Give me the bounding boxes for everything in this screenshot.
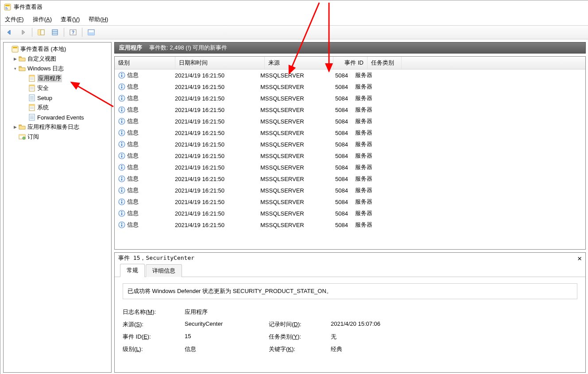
row-category: 服务器 <box>352 221 372 229</box>
help-button[interactable]: ? <box>67 27 79 38</box>
col-date[interactable]: 日期和时间 <box>175 57 265 69</box>
event-row[interactable]: 信息2021/4/19 16:21:50MSSQLSERVER5084服务器 <box>115 162 585 173</box>
keywords-key: 关键字(K): <box>269 345 331 353</box>
menu-bar: 文件(F) 操作(A) 查看(V) 帮助(H) <box>0 14 588 25</box>
row-event-id: 5084 <box>321 187 352 194</box>
row-level: 信息 <box>127 94 139 102</box>
row-category: 服务器 <box>352 152 372 160</box>
tree-item-label: 系统 <box>37 104 49 112</box>
menu-view[interactable]: 查看(V) <box>61 15 80 23</box>
svg-rect-5 <box>5 7 7 8</box>
menu-file[interactable]: 文件(F) <box>5 15 24 23</box>
tree-item[interactable]: ▶自定义视图 <box>4 54 111 64</box>
back-button[interactable] <box>3 27 15 38</box>
tree-item[interactable]: 系统 <box>4 103 111 112</box>
toolbar: ? <box>0 25 588 39</box>
event-row[interactable]: 信息2021/4/19 16:21:50MSSQLSERVER5084服务器 <box>115 116 585 127</box>
event-id-value: 15 <box>185 333 269 341</box>
tree-root[interactable]: 事件查看器 (本地) <box>4 44 111 54</box>
event-row[interactable]: 信息2021/4/19 16:21:50MSSQLSERVER5084服务器 <box>115 173 585 185</box>
tab-general[interactable]: 常规 <box>120 264 145 277</box>
menu-action[interactable]: 操作(A) <box>33 15 52 23</box>
detail-tabs: 常规 详细信息 <box>115 263 585 277</box>
expand-icon[interactable]: ▾ <box>12 66 19 71</box>
console-tree[interactable]: 事件查看器 (本地) ▶自定义视图▾Windows 日志应用程序安全Setup系… <box>3 42 112 373</box>
forward-button[interactable] <box>17 27 29 38</box>
show-hide-tree-button[interactable] <box>35 27 47 38</box>
close-icon[interactable]: ✕ <box>577 254 582 262</box>
svg-rect-18 <box>13 47 17 48</box>
detail-body[interactable]: 已成功将 Windows Defender 状态更新为 SECURITY_PRO… <box>115 277 585 372</box>
event-row[interactable]: 信息2021/4/19 16:21:50MSSQLSERVER5084服务器 <box>115 196 585 208</box>
event-row[interactable]: 信息2021/4/19 16:21:50MSSQLSERVER5084服务器 <box>115 81 585 93</box>
col-task-category[interactable]: 任务类别 <box>368 57 402 69</box>
event-row[interactable]: 信息2021/4/19 16:21:50MSSQLSERVER5084服务器 <box>115 139 585 150</box>
svg-rect-19 <box>19 57 21 58</box>
row-source: MSSQLSERVER <box>257 210 321 217</box>
row-source: MSSQLSERVER <box>257 130 321 136</box>
tree-item[interactable]: ▾Windows 日志 <box>4 64 111 73</box>
row-date: 2021/4/19 16:21:50 <box>171 176 257 182</box>
event-row[interactable]: 信息2021/4/19 16:21:50MSSQLSERVER5084服务器 <box>115 104 585 116</box>
row-level: 信息 <box>127 129 139 137</box>
level-key: 级别(L): <box>123 345 185 353</box>
row-date: 2021/4/19 16:21:50 <box>171 130 257 136</box>
tree-item[interactable]: 订阅 <box>4 132 111 142</box>
menu-help[interactable]: 帮助(H) <box>89 15 108 23</box>
detail-header: 事件 15，SecurityCenter ✕ <box>115 253 585 263</box>
row-category: 服务器 <box>352 163 372 171</box>
source-key: 来源(S): <box>123 320 185 328</box>
info-icon <box>118 95 125 102</box>
event-viewer-icon <box>12 46 19 53</box>
svg-rect-61 <box>121 132 122 135</box>
row-date: 2021/4/19 16:21:50 <box>171 187 257 194</box>
properties-button[interactable] <box>49 27 61 38</box>
svg-text:?: ? <box>72 30 74 35</box>
tab-details[interactable]: 详细信息 <box>146 264 182 277</box>
event-rows[interactable]: 信息2021/4/19 16:21:50MSSQLSERVER5084服务器信息… <box>115 69 585 249</box>
row-event-id: 5084 <box>321 199 352 205</box>
svg-rect-58 <box>121 121 122 123</box>
col-event-id[interactable]: 事件 ID <box>333 57 368 69</box>
list-header-bar: 应用程序 事件数: 2,498 (!) 可用的新事件 <box>114 42 586 54</box>
log2-icon <box>28 114 35 121</box>
event-row[interactable]: 信息2021/4/19 16:21:50MSSQLSERVER5084服务器 <box>115 219 585 231</box>
tree-item[interactable]: 安全 <box>4 83 111 93</box>
info-icon <box>118 198 125 205</box>
event-row[interactable]: 信息2021/4/19 16:21:50MSSQLSERVER5084服务器 <box>115 127 585 139</box>
tree-item[interactable]: Setup <box>4 93 111 103</box>
col-level[interactable]: 级别 <box>115 57 175 69</box>
row-level: 信息 <box>127 152 139 160</box>
row-category: 服务器 <box>352 83 372 91</box>
title-bar: 事件查看器 <box>0 0 588 14</box>
app-icon <box>4 4 11 11</box>
event-row[interactable]: 信息2021/4/19 16:21:50MSSQLSERVER5084服务器 <box>115 208 585 219</box>
log-name-value: 应用程序 <box>185 308 269 316</box>
info-icon <box>118 141 125 148</box>
preview-pane-button[interactable] <box>85 27 97 38</box>
sub-icon <box>19 133 26 140</box>
row-date: 2021/4/19 16:21:50 <box>171 210 257 217</box>
row-event-id: 5084 <box>321 153 352 159</box>
event-row[interactable]: 信息2021/4/19 16:21:50MSSQLSERVER5084服务器 <box>115 93 585 104</box>
level-value: 信息 <box>185 345 269 353</box>
info-icon <box>118 72 125 79</box>
log-icon <box>28 104 35 111</box>
event-row[interactable]: 信息2021/4/19 16:21:50MSSQLSERVER5084服务器 <box>115 185 585 196</box>
expand-icon[interactable]: ▶ <box>12 57 19 61</box>
row-source: MSSQLSERVER <box>257 141 321 148</box>
expand-icon[interactable]: ▶ <box>12 125 19 129</box>
log-icon <box>28 75 35 82</box>
col-source[interactable]: 来源 <box>265 57 333 69</box>
row-source: MSSQLSERVER <box>257 176 321 182</box>
row-date: 2021/4/19 16:21:50 <box>171 199 257 205</box>
event-row[interactable]: 信息2021/4/19 16:21:50MSSQLSERVER5084服务器 <box>115 69 585 81</box>
tree-item[interactable]: Forwarded Events <box>4 112 111 122</box>
event-row[interactable]: 信息2021/4/19 16:21:50MSSQLSERVER5084服务器 <box>115 150 585 162</box>
folder-icon <box>19 123 26 131</box>
svg-point-50 <box>121 85 122 85</box>
tree-item[interactable]: ▶应用程序和服务日志 <box>4 122 111 132</box>
folder-icon <box>19 65 26 72</box>
info-icon <box>118 187 125 194</box>
tree-item[interactable]: 应用程序 <box>4 73 111 83</box>
